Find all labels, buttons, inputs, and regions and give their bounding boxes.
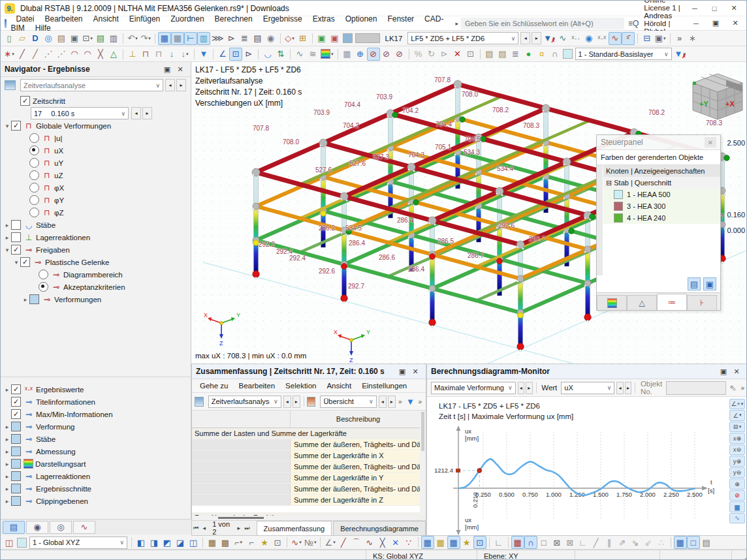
- numbering-icon[interactable]: №▾: [303, 536, 317, 549]
- layer-ok-icon[interactable]: ●: [522, 48, 535, 61]
- monitor-close-button[interactable]: ✕: [730, 366, 743, 377]
- radio[interactable]: [39, 270, 48, 279]
- navigator-close-button[interactable]: ✕: [174, 63, 187, 75]
- view-cube[interactable]: +Y +X: [686, 69, 747, 123]
- layer-icon[interactable]: ▤: [483, 48, 496, 61]
- filter-results-icon[interactable]: ▼✗▾: [542, 32, 556, 45]
- tree-ergebnisschnitte[interactable]: ▸⊸Ergebnisschnitte: [1, 482, 191, 495]
- percent-snap-icon[interactable]: %: [412, 48, 425, 61]
- animation-icon[interactable]: ⊳: [242, 48, 255, 61]
- smooth-diagram-icon[interactable]: ∿: [293, 48, 306, 61]
- line-icon[interactable]: ╱: [337, 536, 350, 549]
- menu-berechnen[interactable]: Berechnen: [210, 13, 258, 25]
- monitor-value-next[interactable]: ▸: [625, 382, 632, 394]
- nav-tab-views-eye[interactable]: ◉: [26, 521, 48, 534]
- plane-xz-icon[interactable]: ⊘: [393, 48, 406, 61]
- nav-tab-data[interactable]: ▤: [3, 521, 25, 534]
- square-icon[interactable]: □: [537, 536, 550, 549]
- radio[interactable]: [29, 195, 39, 205]
- filter-funnel-icon[interactable]: ▼: [197, 48, 210, 61]
- line-support-icon[interactable]: ⊓: [152, 48, 165, 61]
- pager-first-button[interactable]: ⏮: [192, 525, 200, 532]
- menu-einf-gen[interactable]: Einfügen: [124, 13, 165, 25]
- guidelines-icon[interactable]: ▩: [219, 536, 232, 549]
- member-tool-icon[interactable]: ╱: [16, 48, 29, 61]
- tree-globale-verformungen[interactable]: ▾✓⊓Globale Verformungen: [1, 119, 191, 132]
- checkbox[interactable]: ✓: [20, 257, 30, 267]
- tree-titelinformationen[interactable]: ✓⊸Titelinformationen: [1, 396, 191, 408]
- summary-analysis-prev[interactable]: ◂: [283, 396, 291, 408]
- minimize-button[interactable]: ─: [685, 2, 705, 15]
- tree-uy[interactable]: ⊓uY: [1, 157, 191, 169]
- mirror-icon[interactable]: ⊳: [438, 48, 451, 61]
- checkbox[interactable]: ✓: [20, 96, 30, 106]
- tree-ergebniswerte[interactable]: ▸✓ˣ·ˣErgebniswerte: [1, 383, 191, 396]
- grid-star-icon[interactable]: ▦: [434, 536, 447, 549]
- new-table-icon[interactable]: ▤: [94, 32, 107, 45]
- monitor-quantity-prev[interactable]: ◂: [518, 382, 525, 394]
- grid-magnet-icon[interactable]: ▦: [511, 536, 524, 549]
- steuerpanel-close-icon[interactable]: ✕: [705, 137, 716, 148]
- pager-last-button[interactable]: ⏭: [243, 525, 251, 532]
- values-xxx-eye-icon[interactable]: ˣ·ˣ: [596, 32, 609, 45]
- monitor-overflow-chevron[interactable]: »: [740, 384, 744, 392]
- tree-abmessung[interactable]: ▸⊸Abmessung: [1, 445, 191, 458]
- monitor-quantity-select[interactable]: Maximale Verformung ∨: [431, 382, 516, 394]
- load-combination-select[interactable]: LF5 * ZD5 + LF5 * ZD6∨: [407, 32, 518, 44]
- menu-fenster[interactable]: Fenster: [382, 13, 419, 25]
- zoom-reset-button[interactable]: ⊘: [729, 490, 745, 501]
- checkbox[interactable]: ✓: [11, 121, 21, 131]
- summary-tab-berechnungsdiagramme[interactable]: Berechnungsdiagramme: [333, 521, 426, 535]
- structure-tree-icon[interactable]: △: [107, 48, 120, 61]
- settings-globe-icon[interactable]: ∗: [686, 32, 699, 45]
- magnet-icon[interactable]: ∩: [524, 536, 537, 549]
- checkbox[interactable]: [11, 232, 21, 242]
- summary-vscrollbar[interactable]: [420, 411, 426, 515]
- copy-entity-icon[interactable]: ▥: [107, 32, 120, 45]
- checkbox[interactable]: [11, 459, 21, 469]
- search-list-icon[interactable]: ≡Q: [628, 19, 639, 28]
- chart-axes-add-button[interactable]: ∠+▾: [729, 399, 745, 410]
- radio[interactable]: [29, 208, 39, 217]
- sp-tab-factors[interactable]: △: [627, 295, 657, 310]
- monitor-value-prev[interactable]: ◂: [616, 382, 624, 394]
- summary-close-button[interactable]: ✕: [409, 366, 422, 377]
- pager-next-button[interactable]: ▸: [234, 525, 243, 531]
- maximize-button[interactable]: □: [705, 2, 724, 15]
- menu-ergebnisse[interactable]: Ergebnisse: [258, 13, 308, 25]
- steuerpanel-scrollbar[interactable]: [597, 165, 603, 275]
- station-prev-icon[interactable]: ▣: [315, 32, 328, 45]
- sp-color-item[interactable]: 1 - HEAA 500: [603, 189, 720, 200]
- tree-freigaben[interactable]: ▾✓⊸Freigaben: [1, 243, 191, 256]
- colored-table-icon[interactable]: ▥: [197, 32, 210, 45]
- tree-plastische-gelenke[interactable]: ▾✓⊸Plastische Gelenke: [1, 256, 191, 268]
- grid-toggle-icon[interactable]: ▦: [421, 536, 434, 549]
- summary-view-prev[interactable]: ◂: [379, 396, 387, 408]
- objekt-no-input[interactable]: [666, 381, 726, 395]
- zoom-x-in-button[interactable]: x⊕: [729, 433, 745, 444]
- summary-menu-ansicht[interactable]: Ansicht: [321, 382, 357, 390]
- slash-icon[interactable]: ╱: [590, 536, 603, 549]
- tree-zeitschritt[interactable]: ✓Zeitschritt: [1, 95, 191, 107]
- print-graphic-icon[interactable]: ⊟: [641, 32, 654, 45]
- undo-icon[interactable]: ↶▾: [126, 32, 139, 45]
- reactions-arrows-icon[interactable]: ⇅: [274, 48, 287, 61]
- node-tool-icon[interactable]: ∗▾: [3, 48, 16, 61]
- screenshot-icon[interactable]: ⊡: [464, 48, 477, 61]
- summary-menu-bearbeiten[interactable]: Bearbeiten: [233, 382, 280, 390]
- member-set2-icon[interactable]: ⋰: [55, 48, 68, 61]
- summary-view-select[interactable]: Übersicht ∨: [320, 396, 376, 408]
- summary-table-row[interactable]: Summe der Lagerkräfte in Z: [192, 495, 426, 506]
- result-diagram-axes-icon[interactable]: ⊢: [184, 32, 197, 45]
- checkbox[interactable]: [11, 422, 21, 431]
- grid-show-icon[interactable]: ▦: [674, 536, 687, 549]
- visibility-box-icon[interactable]: ⊡: [229, 48, 242, 61]
- delete-icon[interactable]: ✕: [451, 48, 464, 61]
- checkbox[interactable]: [11, 471, 21, 481]
- nav-tab-camera[interactable]: ◎: [50, 521, 72, 534]
- new-model-icon[interactable]: ▯: [3, 32, 16, 45]
- checkbox[interactable]: [11, 220, 21, 230]
- load-combination-select-prev[interactable]: ◂: [520, 32, 530, 44]
- monitor-float-button[interactable]: ▣: [717, 366, 730, 377]
- coordinate-system-select[interactable]: 1 - Global XYZ∨: [29, 537, 127, 549]
